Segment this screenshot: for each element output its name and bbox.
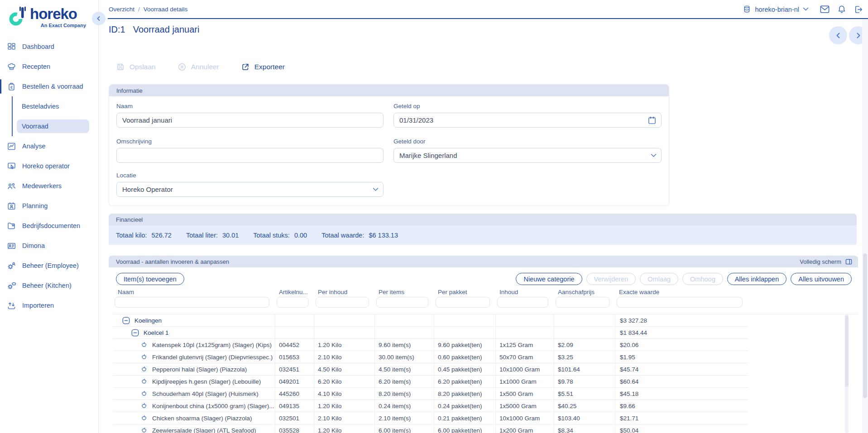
sidebar-item-dimona[interactable]: Dimona	[0, 236, 98, 256]
column-artikelnummer[interactable]: Artikelnu...	[275, 289, 314, 295]
logo[interactable]: horeko An Exact Company	[7, 4, 93, 27]
locatie-select[interactable]: Horeko Operator	[116, 182, 384, 197]
column-per-pakket[interactable]: Per pakket	[434, 289, 496, 295]
save-button[interactable]: Opslaan	[116, 62, 156, 71]
column-naam[interactable]: Naam	[113, 289, 275, 295]
naam-input[interactable]	[116, 113, 384, 128]
omschrijving-field: Omschrijving	[116, 138, 384, 163]
naam-field: Naam	[116, 103, 384, 128]
sidebar-item-dashboard[interactable]: Dashboard	[0, 37, 98, 57]
previous-record-button[interactable]	[829, 26, 847, 44]
column-inhoud[interactable]: Inhoud	[496, 289, 554, 295]
sidebar-item-importeren[interactable]: Importeren	[0, 295, 98, 315]
row-name: Frikandel glutenvrij (Slager) (Diepvries…	[152, 354, 273, 361]
calendar-icon[interactable]	[647, 116, 657, 125]
sidebar-item-horeko-operator[interactable]: Horeko operator	[0, 156, 98, 176]
filter-artikelnummer-input[interactable]	[277, 297, 308, 308]
svg-text:€: €	[10, 85, 13, 89]
filter-exacte-waarde-input[interactable]	[617, 297, 743, 308]
sidebar-item-recepten[interactable]: Recepten	[0, 57, 98, 76]
horeko-logo-icon	[7, 5, 28, 27]
new-category-button[interactable]: Nieuwe categorie	[516, 273, 582, 285]
delete-button[interactable]: Verwijderen	[586, 273, 636, 285]
account-name: horeko-brian-nl	[755, 6, 799, 13]
cell-per-inhoud: 1.20 Kilo	[314, 424, 375, 433]
move-up-button[interactable]: Omhoog	[682, 273, 723, 285]
filter-per-inhoud-input[interactable]	[316, 297, 369, 308]
column-exacte-waarde[interactable]: Exacte waarde	[615, 289, 748, 295]
table-row[interactable]: Kipdijreepjes h.gesn (Slager) (Lebouille…	[113, 376, 858, 388]
mail-icon[interactable]	[820, 4, 830, 14]
cell-per-inhoud: 1.20 Kilo	[314, 400, 375, 412]
table-row[interactable]: Zeewiersalade (Slager) (ATL Seafood) 035…	[113, 424, 858, 433]
financieel-total: Totaal stuks: 0.00	[253, 232, 307, 239]
cancel-button[interactable]: Annuleer	[177, 62, 219, 71]
omschrijving-input[interactable]	[116, 148, 384, 163]
sidebar-item-beheer-employee[interactable]: Beheer (Employee)	[0, 256, 98, 276]
sidebar-item-bestellen-voorraad[interactable]: € Bestellen & voorraad	[0, 76, 98, 96]
add-items-button[interactable]: Item(s) toevoegen	[116, 273, 184, 285]
main-content: ID:1 Voorraad januari Opslaan Annuleer E…	[99, 19, 868, 433]
import-arrows-icon	[7, 301, 16, 310]
cell-artikelnummer	[275, 327, 314, 339]
table-scrollbar[interactable]	[845, 314, 849, 433]
table-scrollbar-thumb[interactable]	[845, 315, 849, 387]
cell-exacte-waarde: $21.71	[615, 412, 748, 424]
column-per-inhoud[interactable]: Per inhoud	[314, 289, 375, 295]
geteld-op-input[interactable]	[393, 113, 662, 128]
filter-per-items-input[interactable]	[376, 297, 428, 308]
sidebar-item-voorraad[interactable]: Voorraad	[13, 116, 98, 136]
bell-icon[interactable]	[837, 5, 847, 14]
cell-per-pakket: 9.60 pakket(ten)	[434, 339, 496, 351]
geteld-door-select[interactable]: Marijke Slingerland	[393, 148, 662, 163]
food-item-icon	[140, 390, 148, 397]
table-row[interactable]: Frikandel glutenvrij (Slager) (Diepvries…	[113, 351, 858, 363]
fullscreen-button[interactable]: Volledig scherm	[800, 258, 852, 265]
total-value: 526.72	[152, 232, 172, 239]
collapse-all-button[interactable]: Alles inklappen	[727, 273, 787, 285]
cell-inhoud: 10x1000 Gram	[496, 412, 554, 424]
cell-per-items: 9.60 item(s)	[375, 339, 434, 351]
filter-per-pakket-input[interactable]	[436, 297, 490, 308]
filter-naam-input[interactable]	[115, 297, 269, 308]
cell-per-inhoud: 2.10 Kilo	[314, 412, 375, 424]
table-row[interactable]: Koelcel 1 $1 834.44	[113, 327, 858, 339]
cell-aanschafprijs: $40.25	[554, 400, 615, 412]
financieel-totals: Totaal kilo: 526.72 Totaal liter: 30.01 …	[109, 225, 857, 245]
table-row[interactable]: Chicken shoarma (Slager) (Piazzola) 0325…	[113, 412, 858, 424]
row-name: Pepperoni halal (Slager) (Piazzola)	[152, 366, 247, 373]
export-button[interactable]: Exporteer	[241, 62, 285, 71]
sidebar-item-besteladvies[interactable]: Besteladvies	[13, 96, 98, 116]
filter-aanschafprijs-input[interactable]	[556, 297, 609, 308]
move-down-button[interactable]: Omlaag	[640, 273, 678, 285]
page-scrollbar-thumb[interactable]	[863, 253, 867, 398]
table-row[interactable]: Katenspek 10pl (1x125gram) (Slager) (Kip…	[113, 339, 858, 351]
table-row[interactable]: Koelingen $3 327.28	[113, 314, 858, 327]
table-row[interactable]: Konijnenbout china (1x5000 gram) (Slager…	[113, 400, 858, 412]
sidebar-item-planning[interactable]: Planning	[0, 196, 98, 216]
sidebar-item-bedrijfsdocumenten[interactable]: Bedrijfsdocumenten	[0, 216, 98, 236]
cell-inhoud: 1x200 Gram	[496, 424, 554, 433]
sidebar-item-analyse[interactable]: Analyse	[0, 136, 98, 156]
filter-inhoud-input[interactable]	[497, 297, 548, 308]
column-per-items[interactable]: Per items	[375, 289, 434, 295]
page-scrollbar[interactable]	[862, 19, 868, 433]
food-item-icon	[140, 414, 148, 422]
sidebar-item-beheer-kitchen[interactable]: Beheer (Kitchen)	[0, 276, 98, 295]
logout-icon[interactable]	[854, 5, 863, 14]
cell-per-items	[375, 327, 434, 339]
table-row[interactable]: Pepperoni halal (Slager) (Piazzola) 0324…	[113, 363, 858, 376]
collapse-minus-icon[interactable]	[122, 317, 130, 324]
people-icon	[7, 181, 16, 191]
expand-all-button[interactable]: Alles uitvouwen	[791, 273, 852, 285]
collapse-minus-icon[interactable]	[131, 329, 139, 337]
table-row[interactable]: Schouderham 40pl (Slager) (Huismerk) 445…	[113, 388, 858, 400]
sidebar-collapse-button[interactable]	[92, 12, 106, 25]
sidebar-item-medewerkers[interactable]: Medewerkers	[0, 176, 98, 196]
locatie-label: Locatie	[116, 172, 384, 179]
column-aanschafprijs[interactable]: Aanschafprijs	[554, 289, 615, 295]
cell-aanschafprijs: $3.25	[554, 351, 615, 363]
account-menu[interactable]: horeko-brian-nl	[743, 5, 809, 14]
geteld-door-label: Geteld door	[393, 138, 662, 145]
breadcrumb-overzicht[interactable]: Overzicht	[109, 6, 134, 13]
